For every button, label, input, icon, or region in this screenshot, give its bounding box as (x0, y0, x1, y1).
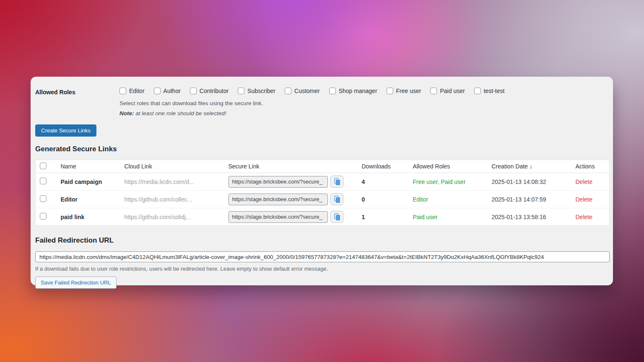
role-label: Editor (129, 88, 145, 94)
secure-link-input[interactable] (229, 176, 328, 188)
note-text: at least one role should be selected! (134, 110, 226, 116)
role-label: Author (164, 88, 181, 94)
secure-links-table: Name Cloud Link Secure Link Downloads Al… (35, 160, 610, 226)
downloads-count: 1 (353, 208, 405, 226)
role-checkbox-shop-manager[interactable]: Shop manager (329, 88, 377, 94)
header-actions: Actions (567, 160, 610, 173)
link-name: Paid campaign (52, 173, 116, 191)
role-checkbox-free-user[interactable]: Free user (387, 88, 421, 94)
header-creation-date-sort[interactable]: Creation Date ↓ (483, 160, 567, 173)
role-checkbox-contributor[interactable]: Contributor (190, 88, 229, 94)
role-label: Shop manager (339, 88, 377, 94)
delete-link[interactable]: Delete (576, 178, 592, 185)
role-checkbox-input-shop-manager[interactable] (329, 88, 336, 94)
allowed-roles-checkbox-group: Editor Author Contributor Subscriber Cus… (119, 88, 610, 94)
role-label: Contributor (200, 88, 229, 94)
cloud-link-value: https://github.com/collec... (116, 191, 220, 208)
role-checkbox-author[interactable]: Author (154, 88, 181, 94)
allowed-roles-value: Free user, Paid user (405, 173, 483, 191)
delete-link[interactable]: Delete (576, 196, 592, 203)
creation-date-value: 2025-01-13 13:58:16 (483, 208, 567, 226)
role-checkbox-input-free-user[interactable] (387, 88, 393, 94)
allowed-roles-note: Note: at least one role should be select… (119, 110, 610, 116)
downloads-count: 4 (353, 173, 405, 191)
link-name: paid link (52, 208, 116, 226)
role-checkbox-input-test-test[interactable] (474, 88, 481, 94)
copy-icon (334, 213, 340, 220)
role-checkbox-test-test[interactable]: test-test (474, 88, 505, 94)
downloads-count: 0 (353, 191, 405, 208)
table-header-row: Name Cloud Link Secure Link Downloads Al… (36, 160, 610, 173)
allowed-roles-value: Editor (405, 191, 483, 208)
allowed-roles-value: Paid user (405, 208, 483, 226)
copy-button[interactable] (330, 176, 343, 188)
creation-date-value: 2025-01-13 14:08:32 (483, 173, 567, 191)
note-label: Note: (119, 110, 134, 116)
role-checkbox-input-subscriber[interactable] (238, 88, 244, 94)
link-name: Editor (52, 191, 116, 208)
role-label: Customer (294, 88, 320, 94)
allowed-roles-section: Allowed Roles Editor Author Contributor … (35, 88, 610, 116)
role-checkbox-subscriber[interactable]: Subscriber (238, 88, 275, 94)
copy-button[interactable] (330, 211, 343, 223)
delete-link[interactable]: Delete (576, 214, 592, 220)
select-all-checkbox[interactable] (40, 163, 47, 169)
allowed-roles-main: Editor Author Contributor Subscriber Cus… (119, 88, 610, 116)
generated-links-title: Generated Secure Links (35, 145, 610, 153)
role-checkbox-input-paid-user[interactable] (430, 88, 437, 94)
header-name: Name (52, 160, 116, 173)
role-label: test-test (484, 88, 505, 94)
role-checkbox-input-editor[interactable] (119, 88, 126, 94)
role-label: Subscriber (247, 88, 275, 94)
failed-redirect-title: Failed Redirection URL (35, 236, 610, 245)
role-checkbox-editor[interactable]: Editor (119, 88, 145, 94)
failed-redirect-help: If a download fails due to user role res… (35, 266, 610, 272)
header-downloads-sort[interactable]: Downloads (353, 160, 405, 173)
header-allowed-roles: Allowed Roles (405, 160, 483, 173)
role-checkbox-input-author[interactable] (154, 88, 161, 94)
role-checkbox-customer[interactable]: Customer (285, 88, 320, 94)
role-checkbox-input-contributor[interactable] (190, 88, 197, 94)
role-label: Paid user (440, 88, 465, 94)
copy-icon (334, 178, 340, 185)
allowed-roles-label: Allowed Roles (35, 88, 119, 96)
row-checkbox[interactable] (40, 195, 47, 202)
sort-desc-icon: ↓ (530, 163, 532, 170)
cloud-link-value: https://github.com/solidj... (116, 208, 220, 226)
role-checkbox-input-customer[interactable] (285, 88, 291, 94)
failed-redirect-input[interactable] (35, 251, 610, 262)
copy-icon (334, 196, 340, 203)
table-row: Editor https://github.com/collec... 0 Ed… (36, 191, 610, 208)
header-secure-link: Secure Link (220, 160, 353, 173)
role-label: Free user (396, 88, 421, 94)
allowed-roles-help: Select roles that can download files usi… (119, 100, 610, 106)
secure-links-panel: Allowed Roles Editor Author Contributor … (31, 77, 613, 285)
secure-link-input[interactable] (229, 194, 328, 205)
row-checkbox[interactable] (40, 178, 47, 184)
role-checkbox-paid-user[interactable]: Paid user (430, 88, 465, 94)
cloud-link-value: https://media.licdn.com/d... (116, 173, 220, 191)
table-row: Paid campaign https://media.licdn.com/d.… (36, 173, 610, 191)
save-failed-redirect-button[interactable]: Save Failed Redirection URL (35, 277, 117, 289)
table-row: paid link https://github.com/solidj... 1… (36, 208, 610, 226)
header-cloud-link: Cloud Link (116, 160, 220, 173)
create-secure-links-button[interactable]: Create Secure Links (35, 124, 96, 137)
creation-date-value: 2025-01-13 14:07:59 (483, 191, 567, 208)
copy-button[interactable] (330, 193, 343, 205)
row-checkbox[interactable] (40, 213, 47, 220)
header-creation-date-label: Creation Date (492, 163, 528, 170)
secure-link-input[interactable] (229, 211, 328, 223)
